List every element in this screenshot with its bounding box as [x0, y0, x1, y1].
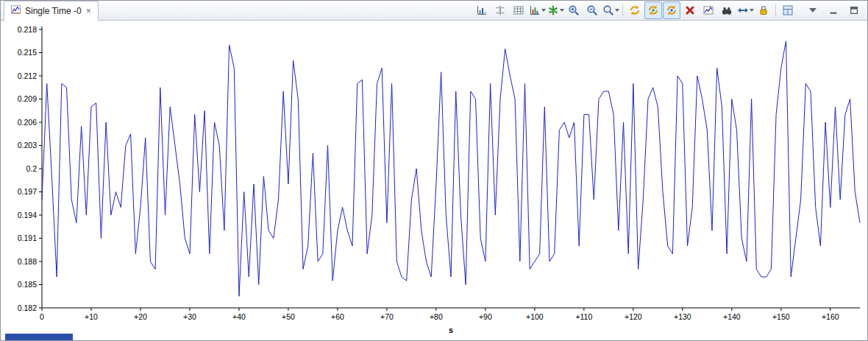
svg-text:+110: +110 [575, 312, 592, 321]
align-charts-icon[interactable] [491, 1, 509, 19]
snapshot-button[interactable] [700, 1, 717, 19]
dropdown-caret-icon [560, 9, 564, 12]
svg-text:+30: +30 [183, 312, 196, 321]
lock-icon [758, 4, 769, 16]
view-menu-button[interactable] [805, 3, 820, 18]
zoom-in-button[interactable] [565, 1, 583, 19]
chart-properties-icon[interactable] [473, 1, 491, 19]
svg-text:+160: +160 [822, 312, 839, 321]
svg-text:0.209: 0.209 [18, 94, 37, 103]
svg-text:0.182: 0.182 [18, 303, 37, 312]
tab-close-icon[interactable]: × [85, 7, 92, 15]
svg-text:+20: +20 [134, 312, 147, 321]
svg-text:0.206: 0.206 [18, 118, 37, 127]
star-green-icon [547, 4, 559, 16]
svg-text:s: s [449, 326, 453, 334]
show-grid-icon[interactable] [510, 1, 527, 19]
view-menu-triangle-icon [809, 8, 817, 13]
new-series-menu[interactable] [547, 1, 564, 19]
chart-bars-icon [476, 4, 488, 16]
svg-text:+80: +80 [430, 312, 443, 321]
dropdown-caret-icon [750, 9, 754, 12]
refresh-button[interactable] [626, 1, 644, 19]
svg-text:+10: +10 [85, 312, 98, 321]
minimize-icon [828, 5, 839, 15]
grid-icon [513, 4, 524, 16]
refresh-yellow-box-icon [666, 4, 677, 16]
svg-text:+40: +40 [232, 312, 246, 321]
chart-type-menu[interactable] [528, 1, 546, 19]
background-window-fragment [5, 334, 73, 340]
refresh-yellow-icon [629, 4, 641, 16]
svg-text:+150: +150 [772, 312, 790, 321]
auto-refresh-toggle[interactable] [644, 1, 662, 19]
chart-view-icon [10, 4, 21, 18]
svg-text:0.188: 0.188 [18, 257, 37, 266]
svg-text:0.191: 0.191 [18, 233, 37, 242]
svg-text:+60: +60 [331, 312, 344, 321]
view-corner-controls [805, 3, 864, 18]
zoom-menu[interactable] [602, 1, 619, 19]
svg-text:+100: +100 [526, 312, 544, 321]
toolbar-separator [775, 4, 776, 17]
search-button[interactable] [718, 1, 736, 19]
svg-text:+140: +140 [723, 312, 741, 321]
svg-text:+130: +130 [674, 312, 691, 321]
arrows-icon [737, 4, 749, 16]
svg-text:0.197: 0.197 [18, 187, 37, 196]
pan-menu[interactable] [736, 1, 754, 19]
lock-axes-button[interactable] [755, 1, 772, 19]
restore-layout-button[interactable] [779, 1, 797, 19]
svg-text:+120: +120 [625, 312, 642, 321]
live-update-toggle[interactable] [663, 1, 680, 19]
dropdown-caret-icon [615, 9, 619, 12]
svg-text:+70: +70 [380, 312, 394, 321]
view-tab-bar: Single Time -0 × [1, 1, 867, 21]
zoom-in-icon [568, 4, 580, 16]
zoom-out-button[interactable] [583, 1, 601, 19]
zoom-icon [602, 4, 614, 16]
refresh-yellow-dot-icon [647, 4, 659, 16]
view-toolbar [473, 1, 798, 19]
svg-text:0.185: 0.185 [18, 280, 37, 289]
toolbar-separator [622, 4, 623, 17]
svg-text:0.2: 0.2 [26, 164, 37, 173]
remove-chart-button[interactable] [681, 1, 699, 19]
minimize-button[interactable] [826, 3, 841, 18]
svg-text:+90: +90 [479, 312, 492, 321]
svg-text:0.218: 0.218 [18, 25, 37, 34]
zoom-out-icon [586, 4, 598, 16]
svg-text:0.203: 0.203 [18, 141, 37, 150]
svg-text:0.212: 0.212 [18, 71, 37, 80]
svg-text:0.215: 0.215 [18, 48, 37, 57]
tab-label: Single Time -0 [25, 6, 82, 16]
maximize-button[interactable] [847, 3, 861, 18]
tab-single-time-0[interactable]: Single Time -0 × [4, 1, 99, 21]
chart-small-icon [702, 4, 714, 16]
dropdown-caret-icon [541, 9, 546, 12]
chart-colored-icon [529, 4, 541, 16]
maximize-icon [849, 5, 859, 15]
align-icon [494, 4, 506, 16]
binoculars-icon [721, 4, 733, 16]
svg-text:+50: +50 [282, 312, 295, 321]
red-x-icon [684, 4, 696, 16]
chart-region: 0.2180.2150.2120.2090.2060.2030.20.1970.… [1, 21, 867, 340]
svg-text:0: 0 [40, 312, 44, 321]
app-window: Single Time -0 × 0.2180.2150.2120.2090.2… [0, 0, 868, 341]
chart-canvas[interactable]: 0.2180.2150.2120.2090.2060.2030.20.1970.… [1, 21, 867, 340]
layout-icon [782, 4, 794, 16]
svg-text:0.194: 0.194 [18, 211, 37, 219]
